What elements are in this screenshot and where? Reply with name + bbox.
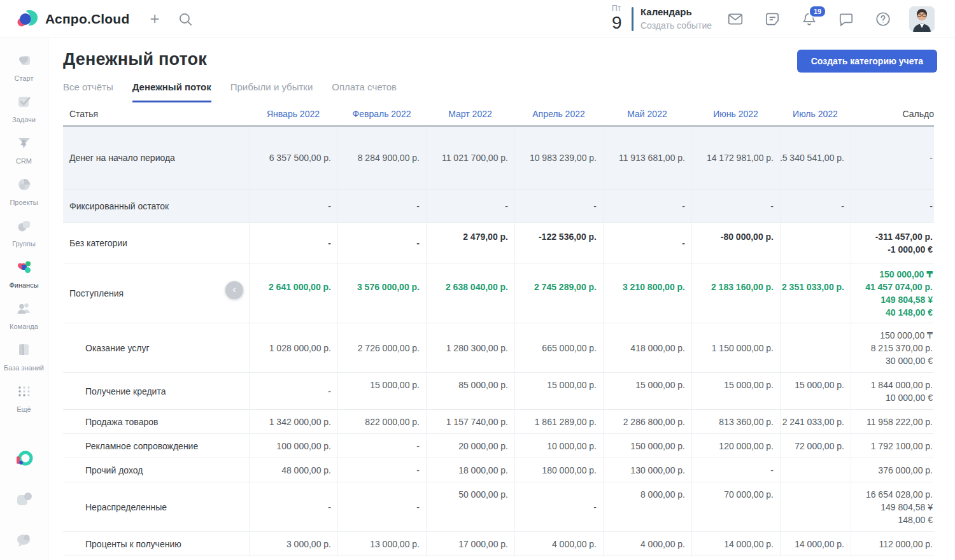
column-header-month[interactable]: Май 2022 xyxy=(603,102,691,125)
row-label: П xyxy=(63,556,934,560)
table-row: Без категории--2 479,00 р.-122 536,00 р.… xyxy=(63,223,934,263)
sidebar-item-team[interactable]: Команда xyxy=(0,295,48,337)
value-cell: 3 210 800,00 р. xyxy=(603,263,691,323)
row-label[interactable]: Фиксированный остаток xyxy=(63,190,249,222)
row-label[interactable]: Оказание услуг xyxy=(63,323,249,372)
value-cell: - xyxy=(337,434,426,458)
row-label[interactable]: Поступления xyxy=(63,263,249,323)
row-label[interactable]: Продажа товаров xyxy=(63,410,249,433)
value-cell: 15 000,00 р. xyxy=(780,373,851,409)
row-label[interactable]: Нераспределенные xyxy=(63,482,249,531)
value-cell xyxy=(780,323,851,372)
sidebar-item-crm[interactable]: CRM xyxy=(0,130,48,171)
row-label[interactable]: Рекламное сопровождение xyxy=(63,434,249,458)
column-header-month[interactable]: Март 2022 xyxy=(426,102,514,125)
saldo-cell: 11 958 222,00 р. xyxy=(851,410,934,433)
top-bar: Аспро.Cloud + Пт 9 Календарь Создать соб… xyxy=(0,0,955,38)
saldo-cell: 150 000,00 ₸8 215 370,00 р.30 000,00 € xyxy=(851,323,934,372)
app-logo[interactable]: Аспро.Cloud xyxy=(17,0,129,38)
table-row: Нераспределенные--50 000,00 р.-8 000,00 … xyxy=(63,482,934,532)
table-header-row: СтатьяЯнварь 2022Февраль 2022Март 2022Ап… xyxy=(63,102,934,127)
tab-inactive[interactable]: Все отчёты xyxy=(63,81,113,102)
value-cell: 2 241 033,00 р. xyxy=(780,410,851,433)
saldo-cell: 1 844 000,00 р.10 000,00 € xyxy=(851,373,934,409)
row-label[interactable]: Получение кредита xyxy=(63,373,249,409)
chat-icon[interactable] xyxy=(838,11,854,27)
tab-inactive[interactable]: Оплата счетов xyxy=(332,81,397,102)
sidebar-item-label: Команда xyxy=(10,323,38,331)
sidebar-item-finance[interactable]: Финансы xyxy=(0,254,48,295)
create-plus-button[interactable]: + xyxy=(145,9,164,28)
value-cell: - xyxy=(337,482,426,531)
tab-inactive[interactable]: Прибыли и убытки xyxy=(230,81,313,102)
column-header-month[interactable]: Февраль 2022 xyxy=(337,102,426,125)
saldo-cell: 376 000,00 р. xyxy=(851,458,934,482)
value-cell: - xyxy=(603,190,691,222)
value-cell: - xyxy=(780,190,851,222)
value-cell: 1 157 740,00 р. xyxy=(426,410,514,433)
value-cell: 20 000,00 р. xyxy=(426,434,514,458)
value-cell: 1 028 000,00 р. xyxy=(249,323,337,372)
saldo-cell: - xyxy=(851,190,934,222)
table-row: Проценты к получению3 000,00 р.13 000,00… xyxy=(63,532,934,556)
value-cell: 2 638 040,00 р. xyxy=(426,263,514,323)
value-cell: 665 000,00 р. xyxy=(514,323,603,372)
sidebar-item-label: Ещё xyxy=(17,405,31,414)
column-header-month[interactable]: Январь 2022 xyxy=(249,102,337,125)
value-cell: 2 479,00 р. xyxy=(426,223,514,263)
team-icon xyxy=(16,300,32,319)
row-label[interactable]: Без категории xyxy=(63,223,249,263)
sidebar-item-groups[interactable]: Группы xyxy=(0,213,48,254)
sidebar-item-projects[interactable]: Проекты xyxy=(0,171,48,213)
column-header-month[interactable]: Июнь 2022 xyxy=(691,102,780,125)
tab-active[interactable]: Денежный поток xyxy=(132,81,211,102)
table-row: Фиксированный остаток-------- xyxy=(63,190,934,223)
value-cell: 180 000,00 р. xyxy=(514,458,603,482)
mail-icon[interactable] xyxy=(727,11,744,27)
value-cell: 2 745 289,00 р. xyxy=(514,263,603,323)
sidebar-item-label: База знаний xyxy=(4,364,44,372)
notes-icon[interactable] xyxy=(764,11,781,27)
saldo-cell: 112 000,00 р. xyxy=(851,532,934,556)
sidebar-item-knowledge[interactable]: База знаний xyxy=(0,337,48,378)
calendar-date[interactable]: Пт 9 xyxy=(612,4,622,33)
sidebar-item-start[interactable]: Старт xyxy=(0,47,48,88)
value-cell: 3 576 000,00 р. xyxy=(337,263,426,323)
sidebar: СтартЗадачиCRMПроектыГруппыФинансыКоманд… xyxy=(0,38,48,560)
notifications-bell-icon[interactable]: 19 xyxy=(801,11,817,27)
calendar-title[interactable]: Календарь xyxy=(640,5,712,19)
sidebar-footer xyxy=(0,449,48,552)
value-cell: 2 286 800,00 р. xyxy=(603,410,691,433)
sidebar-item-tasks[interactable]: Задачи xyxy=(0,88,48,130)
groups-icon xyxy=(16,218,32,237)
value-cell: 130 000,00 р. xyxy=(603,458,691,482)
widget-icon[interactable] xyxy=(15,490,34,512)
saldo-cell: -311 457,00 р.-1 000,00 € xyxy=(851,223,934,263)
user-avatar[interactable] xyxy=(909,6,935,32)
row-label[interactable]: Денег на начало периода xyxy=(63,127,249,189)
saldo-cell: - xyxy=(851,127,934,189)
scroll-left-button[interactable]: ‹ xyxy=(225,281,243,299)
column-header-month[interactable]: Июль 2022 xyxy=(780,102,851,125)
logo-text: Аспро.Cloud xyxy=(45,11,129,27)
brand-circle-icon[interactable] xyxy=(15,449,34,471)
calendar-weekday: Пт xyxy=(612,4,622,13)
value-cell: - xyxy=(249,223,337,263)
value-cell: 72 000,00 р. xyxy=(780,434,851,458)
value-cell: 813 360,00 р. xyxy=(691,410,780,433)
help-icon[interactable] xyxy=(875,11,891,27)
search-icon[interactable] xyxy=(177,11,194,27)
value-cell: 4 000,00 р. xyxy=(514,532,603,556)
row-label[interactable]: Прочий доход xyxy=(63,458,249,482)
create-category-button[interactable]: Создать категорию учета xyxy=(797,50,937,73)
value-cell: 10 000,00 р. xyxy=(514,434,603,458)
column-header-month[interactable]: Апрель 2022 xyxy=(514,102,603,125)
value-cell: 15 000,00 р. xyxy=(603,373,691,409)
sidebar-item-more[interactable]: Ещё xyxy=(0,378,48,419)
row-label[interactable]: Проценты к получению xyxy=(63,532,249,556)
value-cell: 1 150 000,00 р. xyxy=(691,323,780,372)
crm-icon xyxy=(16,135,32,154)
table-row: Прочий доход48 000,00 р.-18 000,00 р.180… xyxy=(63,458,934,482)
feedback-icon[interactable] xyxy=(15,531,34,552)
create-event-link[interactable]: Создать событие xyxy=(640,19,712,32)
